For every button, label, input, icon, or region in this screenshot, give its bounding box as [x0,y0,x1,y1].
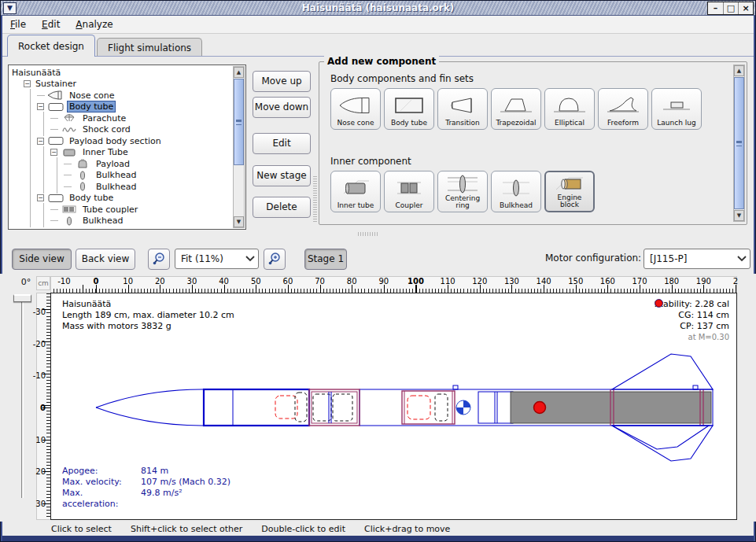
add-bulkhead-button[interactable]: Bulkhead [491,171,541,212]
design-panel: Haisunäätä−SustainerNose cone−Body tubeP… [2,57,754,231]
tree-item-sustainer[interactable]: −Sustainer [10,79,232,90]
delete-button[interactable]: Delete [253,197,311,218]
tree-item-label: Payload [94,159,131,169]
tube-coupler[interactable] [402,391,455,424]
flight-stat-row: Max. acceleration:49.8 m/s² [62,488,230,510]
tree-item-haisunäätä[interactable]: Haisunäätä [10,67,232,79]
h-ruler-tick-label: 110 [441,277,455,286]
tree-collapse-icon[interactable]: − [37,138,44,145]
launch-lug[interactable] [693,385,698,389]
nose-cone[interactable] [96,389,233,426]
component-button-label: Body tube [391,120,427,127]
back-view-button[interactable]: Back view [76,249,135,270]
add-body-tube-button[interactable]: Body tube [384,88,434,130]
rocket-name: Haisunäätä [62,299,234,310]
coupler-icon [391,173,427,202]
scroll-up-icon[interactable]: ▲ [234,67,244,78]
add-elliptical-button[interactable]: Elliptical [544,88,595,130]
flight-stat-value: 49.8 m/s² [141,488,183,510]
tree-item-body-tube[interactable]: −Body tube [10,101,232,113]
tree-collapse-icon[interactable]: − [37,194,44,201]
tree-scrollbar[interactable]: ▲ ▼ [233,66,245,228]
tree-item-bulkhead[interactable]: Bulkhead [10,181,232,193]
innertube-icon [61,148,78,157]
rotation-slider-handle[interactable] [13,294,31,302]
window-title: Haisunäätä (haisunaata.ork) [1,2,755,13]
new-stage-button[interactable]: New stage [253,165,311,186]
component-button-label: Elliptical [555,120,585,127]
zoom-level-value: Fit (11%) [181,253,223,264]
parachute-outline[interactable] [275,396,297,418]
tree-item-shock-cord[interactable]: Shock cord [10,124,232,136]
add-transition-button[interactable]: Transition [437,88,488,130]
forward-body-tube-selected[interactable] [204,389,309,426]
horizontal-split-handle[interactable] [358,232,378,236]
launchlug-icon [658,90,695,120]
tree-item-inner-tube[interactable]: −Inner Tube [10,147,232,159]
launch-lug[interactable] [453,385,458,389]
h-ruler-tick-label: -10 [57,277,70,286]
scroll-down-icon[interactable]: ▼ [234,216,244,227]
tree-item-label: Nose cone [68,90,116,101]
bodytube-icon [47,194,65,203]
tree-item-payload[interactable]: Payload [10,158,232,170]
motor-configuration-combobox[interactable]: [J115-P] [644,249,750,269]
shock-cord-outline[interactable] [295,393,307,422]
tree-item-parachute[interactable]: Parachute [10,112,232,124]
shockcord-icon [61,125,78,135]
tab-rocket-design[interactable]: Rocket design [7,35,95,57]
v-ruler-tick-label: -30 [33,308,46,316]
add-coupler-button[interactable]: Coupler [384,171,434,212]
zoom-level-combobox[interactable]: Fit (11%) [175,249,259,269]
add-centering-ring-button[interactable]: Centering ring [437,171,488,212]
menu-file[interactable]: File [2,17,34,32]
tree-scrollbar-thumb[interactable] [234,79,244,165]
move-up-button[interactable]: Move up [253,71,311,92]
add-inner-tube-button[interactable]: Inner tube [330,171,381,212]
rocket-canvas[interactable]: Haisunäätä Length 189 cm, max. diameter … [50,293,737,520]
stability-block: Stability: 2.28 cal CG: 114 cm CP: 137 c… [655,299,729,343]
component-button-label: Nose cone [337,120,374,127]
menu-analyze[interactable]: Analyze [68,17,120,32]
tree-item-tube-coupler[interactable]: Tube coupler [10,204,232,216]
tree-item-bulkhead[interactable]: Bulkhead [10,216,232,227]
tree-collapse-icon[interactable]: − [24,80,31,87]
bodytube-icon [391,90,427,120]
add-component-group: Add new component Body components and fi… [319,61,747,225]
edit-button[interactable]: Edit [253,133,311,154]
add-nose-cone-button[interactable]: Nose cone [330,88,381,130]
side-view-button[interactable]: Side view [12,249,72,270]
tree-item-nose-cone[interactable]: Nose cone [10,90,232,101]
add-trapezoidal-button[interactable]: Trapezoidal [491,88,541,130]
tree-item-payload-body-section[interactable]: −Payload body section [10,135,232,147]
menu-edit[interactable]: Edit [34,17,68,32]
tree-item-label: Tube coupler [81,205,139,215]
tree-item-bulkhead[interactable]: Bulkhead [10,170,232,182]
rotation-slider-track[interactable] [21,297,24,498]
motor-mount-tube[interactable] [478,392,513,423]
add-freeform-button[interactable]: Freeform [598,88,648,130]
title-bar: ▼ Haisunäätä (haisunaata.ork) – □ × [1,1,755,16]
h-ruler-tick-label: 50 [251,277,261,286]
component-panel-scrollbar[interactable]: ▲ ▼ [733,65,745,222]
scroll-down-icon[interactable]: ▼ [734,210,744,221]
chevron-down-icon [734,256,750,262]
add-launch-lug-button[interactable]: Launch lug [651,88,702,130]
payload-body-section[interactable] [309,389,360,426]
tree-collapse-icon[interactable]: − [50,149,57,156]
rocket-figure-area: 0° cm -100102030405060708090100110120130… [0,274,756,522]
scroll-up-icon[interactable]: ▲ [734,65,744,76]
add-engine-block-button[interactable]: Engine block [544,171,595,212]
stage-1-toggle[interactable]: Stage 1 [304,249,347,270]
component-button-label: Centering ring [445,195,480,210]
v-ruler-tick-label: -10 [33,371,46,380]
vertical-split-handle[interactable] [313,176,317,222]
tab-flight-simulations[interactable]: Flight simulations [97,38,202,56]
component-scrollbar-thumb[interactable] [734,77,744,209]
tree-collapse-icon[interactable]: − [37,103,44,110]
tree-item-label: Sustainer [34,79,78,89]
zoom-in-button[interactable] [264,249,286,270]
zoom-out-button[interactable] [148,249,170,270]
tree-item-body-tube[interactable]: −Body tube [10,193,232,205]
move-down-button[interactable]: Move down [253,97,311,118]
